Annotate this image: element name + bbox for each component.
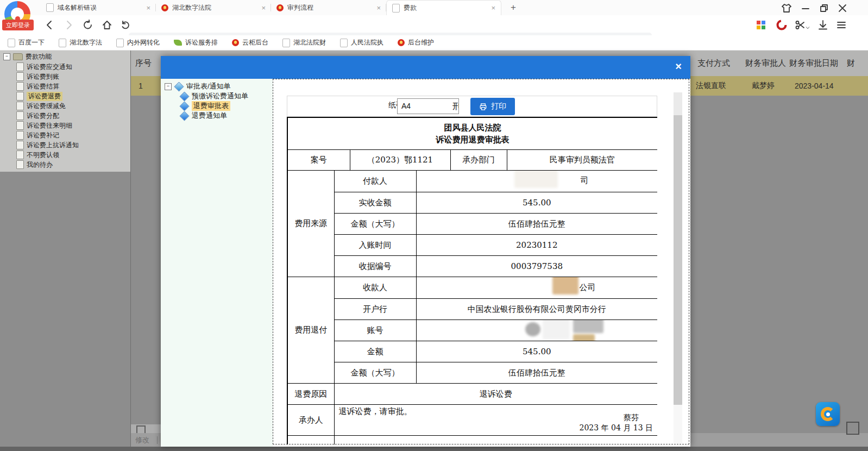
modal-tree-panel: − 审批表/通知单 预缴诉讼费通知单 退费审批表 退费通知单 xyxy=(161,79,273,447)
tab-label: 费款 xyxy=(404,3,417,12)
tree-item-unknown-fee-claim[interactable]: 不明费认领 xyxy=(16,150,59,160)
tree-item-fee-supplement[interactable]: 诉讼费补记 xyxy=(16,130,59,140)
tree-item-label: 诉讼费上抗诉通知 xyxy=(27,141,79,150)
restore-button[interactable] xyxy=(818,2,830,14)
function-tree-panel: − 费款功能 诉讼费应交通知 诉讼费到账 诉讼费结算 诉讼费退费 诉讼费缓减免 … xyxy=(0,51,130,172)
bookmark-intranet-convert[interactable]: 内外网转化 xyxy=(116,38,160,47)
amount-words-label: 金额（大写） xyxy=(334,214,416,235)
login-now-badge[interactable]: 立即登录 xyxy=(2,20,34,30)
refresh-button[interactable] xyxy=(82,19,94,31)
bookmark-peoples-court[interactable]: 人民法院执 xyxy=(340,38,383,47)
received-amount-label: 实收金额 xyxy=(334,192,416,214)
bookmark-litigation-service[interactable]: 诉讼服务排 xyxy=(174,38,218,47)
entry-date-value: 20230112 xyxy=(416,235,657,256)
cell-seq: 1 xyxy=(139,76,143,96)
new-tab-button[interactable]: + xyxy=(505,0,521,15)
modal-vertical-scrollbar[interactable] xyxy=(674,92,682,443)
tree-item-fee-allocation[interactable]: 诉讼费分配 xyxy=(16,111,59,121)
browser-logo-icon[interactable] xyxy=(776,19,788,31)
back-button[interactable] xyxy=(43,19,55,31)
tab-hubei-digital-court[interactable]: 湖北数字法院 × xyxy=(156,0,271,15)
bookmark-hubei-court-finance[interactable]: 湖北法院财 xyxy=(282,38,326,47)
redaction-blob xyxy=(543,320,570,340)
tab-fees-active[interactable]: 费款 × xyxy=(386,0,501,15)
payee-value-visible: 公司 xyxy=(580,283,596,293)
modify-button[interactable]: 修改 xyxy=(135,435,149,445)
page-icon xyxy=(16,92,24,101)
amount-words-value: 伍佰肆拾伍元整 xyxy=(416,214,657,235)
notebook-icon xyxy=(174,82,184,91)
cell-finance-approver: 戴梦婷 xyxy=(752,76,775,96)
collapse-icon[interactable]: − xyxy=(165,83,172,90)
redaction-blob xyxy=(573,320,603,334)
tree-item-fee-due-notice[interactable]: 诉讼费应交通知 xyxy=(16,62,72,72)
bookmark-baidu[interactable]: 百度一下 xyxy=(8,38,45,47)
paper-size-value: A4 xyxy=(401,102,411,110)
tree-item-fee-transactions[interactable]: 诉讼费往来明细 xyxy=(16,121,72,130)
col-clipped: 财 xyxy=(847,51,855,76)
bookmark-hubei-digital[interactable]: 湖北数字法 xyxy=(59,38,102,47)
page-icon xyxy=(16,131,24,140)
tree-item-fee-settlement[interactable]: 诉讼费结算 xyxy=(16,82,59,91)
tree-root-fee-functions[interactable]: − 费款功能 xyxy=(3,52,52,61)
floating-assistant-icon[interactable] xyxy=(816,402,840,426)
modal-tree-item-refund-notice[interactable]: 退费通知单 xyxy=(180,111,227,121)
modal-tree-item-label-selected: 退费审批表 xyxy=(192,101,230,111)
clipped-row-cell xyxy=(334,436,657,445)
tree-item-label-selected: 诉讼费退费 xyxy=(27,92,62,101)
bank-value: 中国农业银行股份有限公司黄冈市分行 xyxy=(416,299,657,320)
skin-theme-icon[interactable] xyxy=(781,2,792,14)
refund-amount-label: 金额 xyxy=(334,341,416,362)
tab-close-icon[interactable]: × xyxy=(146,4,150,12)
tree-item-label: 诉讼费到账 xyxy=(27,72,59,82)
tab-close-icon[interactable]: × xyxy=(261,4,266,12)
bookmark-label: 人民法院执 xyxy=(351,38,383,47)
tree-item-my-todo[interactable]: 我的待办 xyxy=(16,160,53,170)
home-button[interactable] xyxy=(101,19,113,31)
minimize-button[interactable] xyxy=(800,2,812,14)
button-separator xyxy=(157,436,158,444)
modal-tree-item-label: 预缴诉讼费通知单 xyxy=(192,91,248,101)
scissors-dropdown-icon[interactable] xyxy=(805,23,810,28)
tree-item-fee-reduction[interactable]: 诉讼费缓减免 xyxy=(16,101,66,111)
redaction-blob xyxy=(514,171,558,189)
menu-hamburger-icon[interactable] xyxy=(835,19,847,31)
tree-item-label: 不明费认领 xyxy=(27,151,59,160)
modal-close-icon[interactable]: × xyxy=(675,60,682,73)
bookmark-cloud-cabinet[interactable]: 云柜后台 xyxy=(232,38,268,47)
window-bottom-strip xyxy=(0,447,868,451)
tree-item-fee-appeal-notice[interactable]: 诉讼费上抗诉通知 xyxy=(16,140,79,150)
screenshot-scissors-icon[interactable] xyxy=(794,19,806,31)
court-emblem-favicon xyxy=(161,4,168,11)
collapse-icon[interactable]: − xyxy=(3,53,10,60)
modal-tree-root[interactable]: − 审批表/通知单 xyxy=(165,82,231,91)
modal-header[interactable]: × xyxy=(161,56,690,79)
close-window-button[interactable] xyxy=(836,2,848,14)
undo-button[interactable] xyxy=(119,19,131,31)
redaction-blob xyxy=(435,152,449,168)
col-seq: 序号 xyxy=(135,51,152,76)
browser-window: 域名解析错误 × 湖北数字法院 × 审判流程 × 费款 × + xyxy=(0,0,868,451)
paper-size-input[interactable]: A4 刑 xyxy=(397,98,459,114)
apps-grid-icon[interactable] xyxy=(755,19,767,31)
tab-close-icon[interactable]: × xyxy=(376,4,381,12)
bookmark-label: 百度一下 xyxy=(18,38,45,47)
modal-tree-item-prepay-notice[interactable]: 预缴诉讼费通知单 xyxy=(180,91,248,101)
page-icon xyxy=(16,141,24,149)
tree-item-fee-received[interactable]: 诉讼费到账 xyxy=(16,72,59,82)
bookmark-label: 湖北法院财 xyxy=(293,38,326,47)
col-payment-method: 支付方式 xyxy=(697,51,730,76)
tree-item-fee-refund-selected[interactable]: 诉讼费退费 xyxy=(16,91,62,101)
modal-tree-item-refund-approval-selected[interactable]: 退费审批表 xyxy=(180,101,230,111)
scrollbar-thumb[interactable] xyxy=(674,115,682,405)
tab-dns-error[interactable]: 域名解析错误 × xyxy=(41,0,156,15)
download-icon[interactable] xyxy=(817,19,829,31)
page-icon xyxy=(282,39,290,47)
bookmark-backend-maintenance[interactable]: 后台维护 xyxy=(398,38,434,47)
tab-trial-process[interactable]: 审判流程 × xyxy=(271,0,386,15)
print-button[interactable]: 打印 xyxy=(470,98,515,115)
clipped-row-cell xyxy=(287,436,334,445)
tab-close-icon[interactable]: × xyxy=(491,4,495,12)
forward-button[interactable] xyxy=(63,19,75,31)
fee-refund-group-label: 费用退付 xyxy=(287,277,334,384)
